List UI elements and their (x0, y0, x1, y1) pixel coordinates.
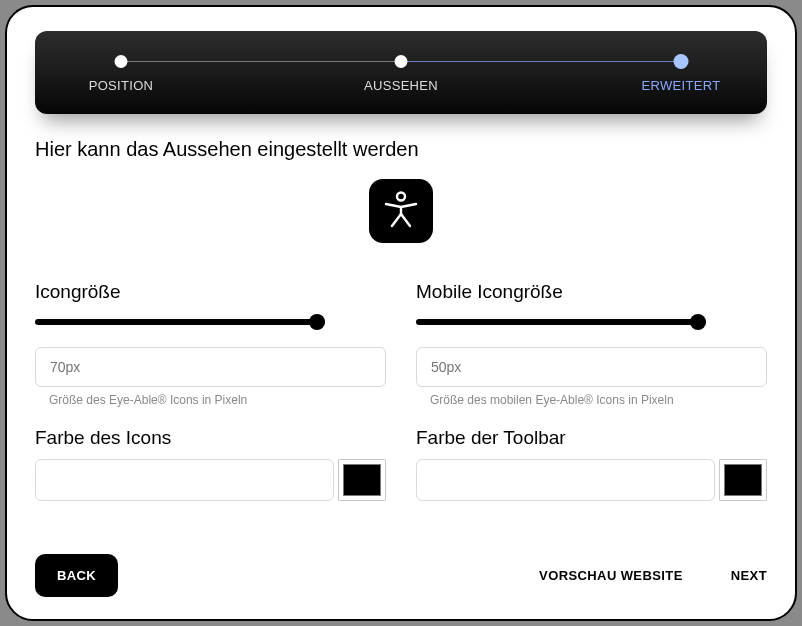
input-icon-size[interactable] (35, 347, 386, 387)
section-heading: Hier kann das Aussehen eingestellt werde… (35, 138, 767, 161)
svg-point-0 (397, 193, 405, 201)
swatch-icon-color-inner (343, 464, 381, 496)
stepper-label-erweitert[interactable]: ERWEITERT (642, 78, 721, 93)
stepper-dot-erweitert[interactable] (674, 54, 689, 69)
stepper-dot-position[interactable] (115, 55, 128, 68)
field-mobile-icon-size: Mobile Icongröße Größe des mobilen Eye-A… (416, 281, 767, 407)
back-button[interactable]: BACK (35, 554, 118, 597)
slider-mobile-icon-size[interactable] (416, 319, 706, 325)
footer-right: VORSCHAU WEBSITE NEXT (539, 568, 767, 583)
color-row-toolbar (416, 459, 767, 501)
hint-mobile-icon-size: Größe des mobilen Eye-Able® Icons in Pix… (416, 393, 767, 407)
stepper-dot-aussehen[interactable] (395, 55, 408, 68)
label-icon-size: Icongröße (35, 281, 386, 303)
slider-icon-size[interactable] (35, 319, 325, 325)
next-button[interactable]: NEXT (731, 568, 767, 583)
preview-website-button[interactable]: VORSCHAU WEBSITE (539, 568, 683, 583)
swatch-toolbar-color-inner (724, 464, 762, 496)
stepper-label-position[interactable]: POSITION (89, 78, 154, 93)
dialog-footer: BACK VORSCHAU WEBSITE NEXT (35, 554, 767, 597)
swatch-toolbar-color[interactable] (719, 459, 767, 501)
field-icon-color: Farbe des Icons (35, 427, 386, 501)
color-row-icon (35, 459, 386, 501)
settings-dialog: POSITION AUSSEHEN ERWEITERT Hier kann da… (5, 5, 797, 621)
input-icon-color[interactable] (35, 459, 334, 501)
field-toolbar-color: Farbe der Toolbar (416, 427, 767, 501)
fields-grid: Icongröße Größe des Eye-Able® Icons in P… (35, 281, 767, 501)
label-mobile-icon-size: Mobile Icongröße (416, 281, 767, 303)
input-toolbar-color[interactable] (416, 459, 715, 501)
field-icon-size: Icongröße Größe des Eye-Able® Icons in P… (35, 281, 386, 407)
stepper-label-aussehen[interactable]: AUSSEHEN (364, 78, 438, 93)
label-toolbar-color: Farbe der Toolbar (416, 427, 767, 449)
icon-preview (369, 179, 433, 243)
label-icon-color: Farbe des Icons (35, 427, 386, 449)
swatch-icon-color[interactable] (338, 459, 386, 501)
input-mobile-icon-size[interactable] (416, 347, 767, 387)
stepper-line-active (401, 61, 681, 62)
stepper-labels: POSITION AUSSEHEN ERWEITERT (121, 78, 681, 96)
stepper-track (121, 56, 681, 68)
accessibility-icon (380, 188, 422, 234)
stepper: POSITION AUSSEHEN ERWEITERT (35, 31, 767, 114)
hint-icon-size: Größe des Eye-Able® Icons in Pixeln (35, 393, 386, 407)
icon-preview-wrap (35, 179, 767, 243)
